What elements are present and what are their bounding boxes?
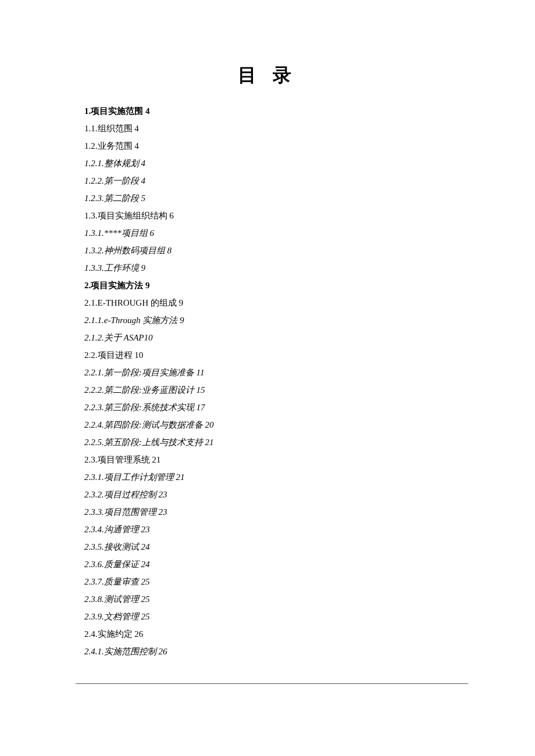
- toc-entry: 2.4.实施约定 26: [84, 625, 451, 643]
- toc-entry: 1.2.1.整体规划 4: [84, 155, 451, 172]
- toc-entry: 1.3.1.****项目组 6: [84, 224, 451, 242]
- document-page: 目 录 1.项目实施范围 41.1.组织范围 41.2.业务范围 41.2.1.…: [0, 0, 535, 660]
- toc-entry: 2.3.项目管理系统 21: [84, 451, 451, 468]
- toc-entry: 2.2.项目进程 10: [84, 346, 451, 364]
- toc-entry: 2.3.9.文档管理 25: [84, 608, 451, 625]
- footer-rule: [76, 683, 468, 684]
- toc-entry: 2.2.1.第一阶段:项目实施准备 11: [84, 364, 451, 381]
- toc-entry: 2.3.7.质量审查 25: [84, 573, 451, 590]
- toc-entry: 2.2.3.第三阶段:系统技术实现 17: [84, 399, 451, 416]
- toc-list: 1.项目实施范围 41.1.组织范围 41.2.业务范围 41.2.1.整体规划…: [84, 102, 451, 660]
- toc-entry: 1.2.2.第一阶段 4: [84, 172, 451, 189]
- toc-entry: 2.3.4.沟通管理 23: [84, 521, 451, 538]
- toc-entry: 1.3.2.神州数码项目组 8: [84, 242, 451, 259]
- toc-entry: 1.3.3.工作环境 9: [84, 259, 451, 277]
- toc-entry: 2.3.1.项目工作计划管理 21: [84, 468, 451, 486]
- toc-entry: 2.1.1.e-Through 实施方法 9: [84, 311, 451, 329]
- toc-entry: 2.3.2.项目过程控制 23: [84, 486, 451, 503]
- toc-entry: 2.2.2.第二阶段:业务蓝图设计 15: [84, 381, 451, 399]
- toc-entry: 2.3.5.接收测试 24: [84, 538, 451, 556]
- toc-entry: 2.3.8.测试管理 25: [84, 590, 451, 608]
- toc-entry: 2.1.2.关于 ASAP10: [84, 329, 451, 346]
- toc-entry: 2.2.5.第五阶段:上线与技术支持 21: [84, 433, 451, 451]
- toc-entry: 2.4.1.实施范围控制 26: [84, 643, 451, 660]
- toc-entry: 2.项目实施方法 9: [84, 277, 451, 294]
- toc-entry: 1.1.组织范围 4: [84, 120, 451, 137]
- toc-entry: 1.3.项目实施组织结构 6: [84, 207, 451, 224]
- toc-entry: 1.2.3.第二阶段 5: [84, 189, 451, 207]
- toc-entry: 2.3.3.项目范围管理 23: [84, 503, 451, 521]
- toc-entry: 1.2.业务范围 4: [84, 137, 451, 155]
- toc-entry: 2.1.E-THROUGH 的组成 9: [84, 294, 451, 311]
- toc-entry: 2.2.4.第四阶段:测试与数据准备 20: [84, 416, 451, 433]
- toc-title: 目 录: [84, 63, 451, 88]
- toc-entry: 1.项目实施范围 4: [84, 102, 451, 120]
- toc-entry: 2.3.6.质量保证 24: [84, 556, 451, 573]
